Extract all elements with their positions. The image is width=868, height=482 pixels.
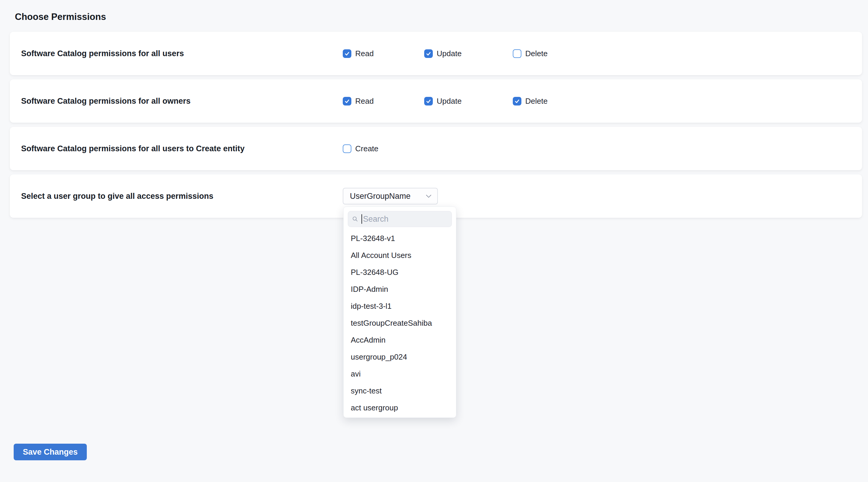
- checkbox-group-update: Update: [424, 49, 513, 58]
- create-checkbox[interactable]: [343, 144, 351, 153]
- checkbox-group-update: Update: [424, 97, 513, 106]
- chevron-down-icon: [426, 195, 431, 198]
- user-group-select: UserGroupName PL-32648-v1 All Account Us…: [343, 188, 438, 204]
- check-icon: [344, 98, 350, 104]
- dropdown-option[interactable]: AccAdmin: [348, 332, 452, 349]
- user-group-dropdown-panel: PL-32648-v1 All Account Users PL-32648-U…: [343, 206, 456, 418]
- dropdown-option[interactable]: sync-test: [348, 382, 452, 399]
- user-group-dropdown-button[interactable]: UserGroupName: [343, 188, 438, 204]
- card-label: Select a user group to give all access p…: [10, 192, 343, 201]
- dropdown-option[interactable]: act usergroup: [348, 399, 452, 416]
- checkbox-label: Read: [355, 97, 374, 106]
- dropdown-option[interactable]: PL-32648-v1: [348, 230, 452, 247]
- delete-checkbox[interactable]: [513, 49, 521, 58]
- checkbox-group-delete: Delete: [513, 49, 548, 58]
- dropdown-option[interactable]: IDP-Admin: [348, 281, 452, 298]
- check-icon: [426, 98, 431, 104]
- permissions-page: Choose Permissions Software Catalog perm…: [0, 0, 868, 218]
- checkbox-label: Update: [437, 97, 462, 106]
- checkbox-group-read: Read: [343, 49, 424, 58]
- checkbox-row: Read Update Delete: [343, 49, 548, 58]
- dropdown-selected-value: UserGroupName: [350, 192, 410, 201]
- read-checkbox[interactable]: [343, 97, 351, 105]
- dropdown-options-list: PL-32648-v1 All Account Users PL-32648-U…: [348, 230, 452, 416]
- dropdown-option[interactable]: All Account Users: [348, 247, 452, 264]
- card-permissions-create-entity: Software Catalog permissions for all use…: [10, 127, 862, 170]
- check-icon: [426, 51, 431, 57]
- search-input[interactable]: [363, 215, 447, 224]
- card-user-group-select: Select a user group to give all access p…: [10, 174, 862, 218]
- checkbox-row: Read Update Delete: [343, 97, 548, 106]
- check-icon: [344, 51, 350, 57]
- page-title: Choose Permissions: [15, 11, 862, 23]
- text-cursor: [362, 214, 362, 224]
- check-icon: [514, 98, 520, 104]
- dropdown-option[interactable]: testGroupCreateSahiba: [348, 315, 452, 332]
- card-permissions-all-users: Software Catalog permissions for all use…: [10, 32, 862, 75]
- checkbox-label: Delete: [525, 49, 548, 58]
- checkbox-label: Delete: [525, 97, 548, 106]
- checkbox-row: Create: [343, 144, 378, 153]
- card-label: Software Catalog permissions for all use…: [10, 144, 343, 153]
- card-permissions-all-owners: Software Catalog permissions for all own…: [10, 79, 862, 123]
- dropdown-option[interactable]: usergroup_p024: [348, 349, 452, 365]
- card-label: Software Catalog permissions for all own…: [10, 97, 343, 106]
- dropdown-search-box[interactable]: [348, 211, 452, 227]
- card-label: Software Catalog permissions for all use…: [10, 49, 343, 58]
- update-checkbox[interactable]: [424, 49, 433, 58]
- read-checkbox[interactable]: [343, 49, 351, 58]
- checkbox-group-create: Create: [343, 144, 378, 153]
- checkbox-label: Read: [355, 49, 374, 58]
- save-changes-button[interactable]: Save Changes: [14, 444, 87, 460]
- update-checkbox[interactable]: [424, 97, 433, 105]
- dropdown-option[interactable]: idp-test-3-l1: [348, 298, 452, 315]
- checkbox-label: Update: [437, 49, 462, 58]
- checkbox-group-delete: Delete: [513, 97, 548, 106]
- search-icon: [352, 216, 358, 223]
- delete-checkbox[interactable]: [513, 97, 521, 105]
- checkbox-label: Create: [355, 144, 378, 153]
- dropdown-option[interactable]: avi: [348, 365, 452, 382]
- checkbox-group-read: Read: [343, 97, 424, 106]
- dropdown-option[interactable]: PL-32648-UG: [348, 264, 452, 281]
